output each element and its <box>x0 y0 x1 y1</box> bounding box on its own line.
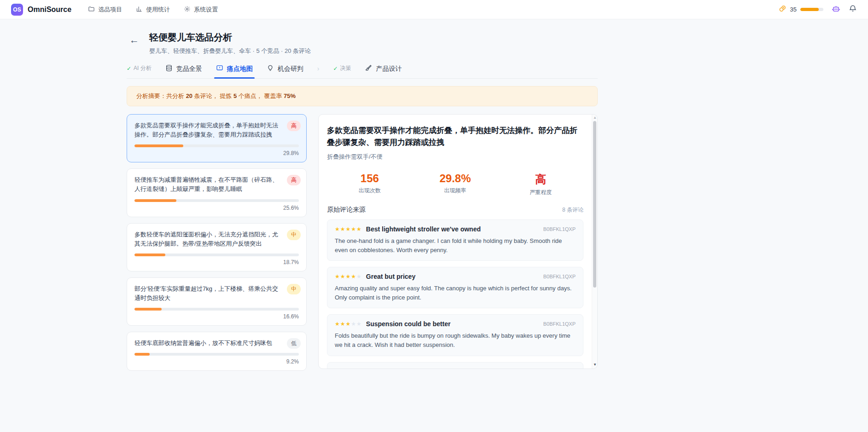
pain-point-card[interactable]: 多数轻便车的遮阳篷面积偏小，无法充分遮挡阳光，尤其无法保护腿部。热带/亚热带地区… <box>127 223 307 271</box>
workflow-tabs: ✓ AI 分析 竞品全景 痛点地图 机会研判 › ✓ 决策 产品设计 <box>127 64 598 79</box>
pain-point-card[interactable]: 轻便车底部收纳篮普遍偏小，放不下标准尺寸妈咪包 低 9.2% <box>127 332 307 371</box>
tab-competitor-overview[interactable]: 竞品全景 <box>165 64 202 78</box>
frequency-percent: 9.2% <box>134 358 299 365</box>
banner-reviews-count: 20 <box>186 92 192 99</box>
detail-scrollbar[interactable]: ▲ ▼ <box>592 115 597 369</box>
main-content: ← 轻便婴儿车选品分析 婴儿车、轻便推车、折叠婴儿车、伞车 · 5 个竞品 · … <box>127 31 598 371</box>
bell-icon <box>849 5 857 14</box>
frequency-bar-fill <box>134 353 150 356</box>
paintbrush-icon <box>365 64 372 73</box>
chevron-right-icon: › <box>317 65 320 78</box>
nav-item-usage-stats[interactable]: 使用统计 <box>136 6 170 14</box>
pain-point-card[interactable]: 部分'轻便'车实际重量超过7kg，上下楼梯、搭乘公共交通时负担较大 中 16.6… <box>127 277 307 326</box>
review-card: ★★★★★ Suspension could be better B0BFKL1… <box>327 314 583 356</box>
summary-banner: 分析摘要：共分析 20 条评论， 提炼 5 个痛点， 覆盖率 75% <box>127 86 598 106</box>
main-nav: 选品项目 使用统计 系统设置 <box>88 6 218 14</box>
top-nav: OS OmniSource 选品项目 使用统计 系统设置 35 <box>0 0 868 19</box>
pain-point-text: 轻便推车为减重普遍牺牲减震，在不平路面（碎石路、人行道裂缝）上颠簸严重，影响婴儿… <box>134 175 299 194</box>
top-right-controls: 35 <box>779 5 857 15</box>
page-header: ← 轻便婴儿车选品分析 婴儿车、轻便推车、折叠婴儿车、伞车 · 5 个竞品 · … <box>127 31 598 55</box>
scrollbar-up-arrow[interactable]: ▲ <box>592 115 598 120</box>
detail-stats: 156 出现次数 29.8% 出现频率 高 严重程度 <box>327 172 583 196</box>
gear-icon <box>184 6 191 14</box>
detail-title: 多款竞品需要双手操作才能完成折叠，单手抱娃时无法操作。部分产品折叠步骤复杂、需要… <box>327 125 583 149</box>
review-body: Folds beautifully but the ride is bumpy … <box>335 331 576 350</box>
severity-badge: 高 <box>287 121 301 131</box>
credits-indicator: 35 <box>779 5 823 14</box>
review-body: Amazing quality and super easy fold. The… <box>335 284 576 302</box>
frequency-percent: 29.8% <box>134 150 299 156</box>
stat-occurrence-count: 156 出现次数 <box>327 172 413 196</box>
pain-point-list: 多款竞品需要双手操作才能完成折叠，单手抱娃时无法操作。部分产品折叠步骤复杂、需要… <box>127 114 307 371</box>
reviews-header: 原始评论来源 8 条评论 <box>327 206 583 214</box>
robot-icon <box>832 5 840 15</box>
frequency-bar <box>134 308 299 311</box>
page-subtitle: 婴儿车、轻便推车、折叠婴儿车、伞车 · 5 个竞品 · 20 条评论 <box>149 47 311 55</box>
nav-item-projects[interactable]: 选品项目 <box>88 6 122 14</box>
severity-badge: 中 <box>287 230 301 240</box>
frequency-bar <box>134 253 299 256</box>
review-asin: B0BFKL1QXP <box>543 226 576 232</box>
notifications-button[interactable] <box>849 5 857 14</box>
review-card: ★★★★★ Travel essential B0BFKL1QXP Fits i… <box>327 362 583 369</box>
frequency-percent: 18.7% <box>134 259 299 265</box>
step-ai-analysis[interactable]: ✓ AI 分析 <box>127 64 151 78</box>
reviews-source-title: 原始评论来源 <box>327 206 366 214</box>
review-asin: B0BFKL1QXP <box>543 274 576 279</box>
brand-logo-icon: OS <box>11 4 23 16</box>
pain-point-card[interactable]: 轻便推车为减重普遍牺牲减震，在不平路面（碎石路、人行道裂缝）上颠簸严重，影响婴儿… <box>127 168 307 217</box>
frequency-bar-fill <box>134 144 183 147</box>
scrollbar-thumb[interactable] <box>593 121 596 288</box>
pain-point-text: 部分'轻便'车实际重量超过7kg，上下楼梯、搭乘公共交通时负担较大 <box>134 284 299 303</box>
banner-coverage: 75% <box>284 92 296 99</box>
check-icon: ✓ <box>333 65 338 72</box>
nav-item-system-settings[interactable]: 系统设置 <box>184 6 218 14</box>
severity-badge: 高 <box>287 175 301 185</box>
stat-occurrence-rate: 29.8% 出现频率 <box>413 172 498 196</box>
frequency-bar-fill <box>134 199 176 202</box>
lightbulb-icon <box>267 64 274 73</box>
step-decision[interactable]: ✓ 决策 <box>333 64 351 78</box>
back-button[interactable]: ← <box>127 34 142 46</box>
credits-value: 35 <box>790 6 797 13</box>
frequency-bar <box>134 199 299 202</box>
frequency-bar-fill <box>134 253 165 256</box>
detail-tag: 折叠操作需双手/不便 <box>327 153 583 161</box>
frequency-bar-fill <box>134 308 162 311</box>
coins-icon <box>779 5 786 14</box>
pain-point-text: 多数轻便车的遮阳篷面积偏小，无法充分遮挡阳光，尤其无法保护腿部。热带/亚热带地区… <box>134 230 299 248</box>
folder-icon <box>88 6 95 14</box>
content-columns: 多款竞品需要双手操作才能完成折叠，单手抱娃时无法操作。部分产品折叠步骤复杂、需要… <box>127 114 598 371</box>
tab-pain-point-map[interactable]: 痛点地图 <box>216 64 253 78</box>
star-rating: ★★★★★ <box>335 226 362 232</box>
scrollbar-down-arrow[interactable]: ▼ <box>592 363 598 367</box>
reviews-count-badge: 8 条评论 <box>562 206 583 214</box>
tab-opportunity-analysis[interactable]: 机会研判 <box>267 64 303 78</box>
review-list: ★★★★★ Best lightweight stroller we've ow… <box>327 219 583 369</box>
pain-point-text: 多款竞品需要双手操作才能完成折叠，单手抱娃时无法操作。部分产品折叠步骤复杂、需要… <box>134 121 299 139</box>
pain-point-card[interactable]: 多款竞品需要双手操作才能完成折叠，单手抱娃时无法操作。部分产品折叠步骤复杂、需要… <box>127 114 307 162</box>
database-icon <box>165 64 173 73</box>
check-icon: ✓ <box>127 65 131 72</box>
pain-point-detail-panel: 多款竞品需要双手操作才能完成折叠，单手抱娃时无法操作。部分产品折叠步骤复杂、需要… <box>318 114 598 369</box>
pain-point-text: 轻便车底部收纳篮普遍偏小，放不下标准尺寸妈咪包 <box>134 339 299 348</box>
star-rating: ★★★★★ <box>335 274 362 279</box>
review-title: Great but pricey <box>366 273 415 280</box>
frequency-percent: 25.6% <box>134 205 299 211</box>
frequency-percent: 16.6% <box>134 313 299 320</box>
severity-badge: 低 <box>287 338 301 349</box>
assistant-robot-button[interactable] <box>832 5 840 15</box>
review-body: The one-hand fold is a game changer. I c… <box>335 236 576 255</box>
stat-severity: 高 严重程度 <box>498 172 583 196</box>
frequency-bar <box>134 353 299 356</box>
tab-product-design[interactable]: 产品设计 <box>365 64 402 78</box>
review-card: ★★★★★ Great but pricey B0BFKL1QXP Amazin… <box>327 267 583 308</box>
review-title: Best lightweight stroller we've owned <box>366 225 481 233</box>
page-title: 轻便婴儿车选品分析 <box>149 31 311 44</box>
review-card: ★★★★★ Best lightweight stroller we've ow… <box>327 219 583 261</box>
bar-chart-icon <box>136 6 143 14</box>
comment-alert-icon <box>216 64 223 73</box>
severity-badge: 中 <box>287 284 301 294</box>
review-asin: B0BFKL1QXP <box>543 321 576 327</box>
review-title: Travel essential <box>366 368 414 369</box>
